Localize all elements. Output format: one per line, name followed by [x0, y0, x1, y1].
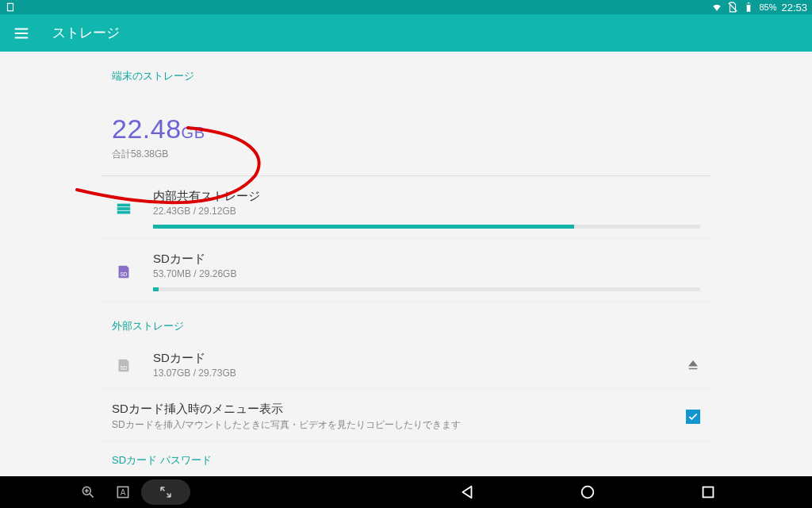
svg-rect-20	[703, 487, 714, 498]
section-external-storage: 外部ストレージ	[101, 311, 711, 338]
nav-home-button[interactable]	[579, 483, 596, 501]
text-tool-button[interactable]: A	[106, 479, 140, 505]
internal-storage-row[interactable]: 内部共有ストレージ 22.43GB / 29.12GB	[101, 176, 711, 239]
internal-storage-title: 内部共有ストレージ	[153, 189, 700, 204]
eject-button[interactable]	[686, 358, 700, 372]
sd-insert-menu-checkbox[interactable]	[686, 410, 700, 424]
fullscreen-button[interactable]	[141, 479, 190, 505]
internal-storage-icon	[112, 200, 136, 217]
status-bar: 85% 22:53	[0, 0, 812, 14]
wifi-icon	[711, 2, 722, 13]
external-sd-title: SDカード	[153, 351, 668, 366]
external-sd-sub: 13.07GB / 29.73GB	[153, 368, 668, 379]
page-title: ストレージ	[52, 24, 120, 42]
svg-text:SD: SD	[121, 364, 128, 370]
clock: 22:53	[781, 2, 807, 13]
svg-text:A: A	[121, 488, 126, 497]
internal-storage-progress	[153, 225, 700, 229]
sd-password-link[interactable]: SDカード パスワード	[101, 442, 711, 474]
portable-sd-row[interactable]: SD SDカード 53.70MB / 29.26GB	[101, 239, 711, 302]
navigation-bar: A	[0, 476, 812, 508]
svg-rect-4	[748, 2, 749, 3]
hamburger-menu-icon[interactable]	[13, 25, 30, 42]
storage-used-value: 22.48GB	[112, 114, 700, 144]
content-area: 端末のストレージ 22.48GB 合計58.38GB 内部共有ストレージ 22.…	[0, 52, 812, 492]
svg-rect-7	[117, 207, 131, 210]
portable-sd-progress	[153, 287, 700, 291]
portable-sd-title: SDカード	[153, 252, 700, 267]
storage-total: 合計58.38GB	[112, 148, 700, 161]
sd-insert-menu-row[interactable]: SDカード挿入時のメニュー表示 SDカードを挿入/マウントしたときに写真・ビデオ…	[101, 389, 711, 442]
portable-sd-sub: 53.70MB / 29.26GB	[153, 268, 700, 279]
sd-card-icon: SD	[112, 263, 136, 280]
no-sim-icon	[727, 2, 738, 13]
app-indicator-icon	[5, 2, 16, 13]
usage-summary: 22.48GB 合計58.38GB	[101, 88, 711, 176]
svg-point-19	[582, 487, 594, 498]
external-sd-row[interactable]: SD SDカード 13.07GB / 29.73GB	[101, 338, 711, 389]
sd-insert-menu-sub: SDカードを挿入/マウントしたときに写真・ビデオを見たりコピーしたりできます	[112, 418, 686, 432]
section-device-storage: 端末のストレージ	[101, 61, 711, 88]
svg-text:SD: SD	[121, 271, 128, 277]
svg-rect-5	[747, 3, 751, 5]
sd-insert-menu-title: SDカード挿入時のメニュー表示	[112, 402, 686, 417]
battery-icon	[743, 2, 754, 13]
internal-storage-sub: 22.43GB / 29.12GB	[153, 206, 700, 217]
nav-recents-button[interactable]	[699, 483, 717, 501]
app-bar: ストレージ	[0, 14, 812, 52]
svg-rect-1	[8, 4, 13, 10]
sd-card-icon-gray: SD	[112, 356, 136, 374]
nav-back-button[interactable]	[458, 483, 476, 501]
svg-rect-6	[117, 204, 131, 207]
battery-percent: 85%	[759, 2, 776, 12]
svg-line-12	[90, 494, 94, 498]
svg-rect-8	[117, 211, 131, 214]
zoom-in-button[interactable]	[71, 479, 105, 505]
